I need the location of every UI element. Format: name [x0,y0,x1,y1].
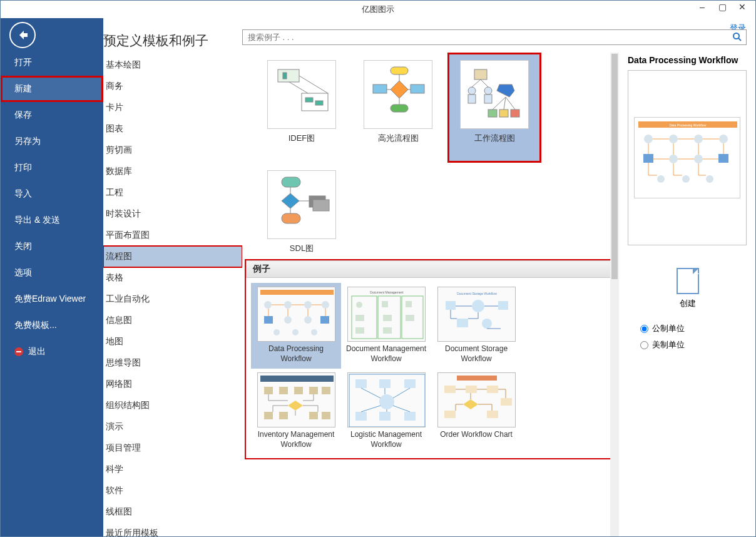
minimize-button[interactable]: – [698,2,707,12]
example-data-processing[interactable]: Data Processing Workflow [251,283,341,369]
category-item[interactable]: 表格 [103,267,242,289]
svg-rect-87 [379,412,391,421]
sidebar-item-close[interactable]: 关闭 [1,233,103,260]
svg-marker-23 [497,84,514,97]
category-item[interactable]: 卡片 [103,97,242,118]
category-item[interactable]: 组织结构图 [103,395,242,416]
create-button[interactable]: 创建 [669,268,707,309]
svg-line-7 [289,82,308,93]
template-sdl[interactable]: SDL图 [255,163,349,257]
back-button[interactable] [9,22,36,48]
svg-rect-67 [498,301,508,310]
preview-title: Data Processing Workflow [628,53,748,70]
template-thumb-icon [460,60,529,129]
example-logistic[interactable]: Logistic Management Workflow [341,369,431,454]
svg-rect-58 [406,301,412,307]
main-area: 打开 新建 保存 另存为 打印 导入 导出 & 发送 关闭 选项 免费Edraw… [1,18,755,537]
svg-rect-68 [457,319,468,327]
svg-point-85 [379,394,394,409]
maximize-button[interactable]: ▢ [718,2,727,12]
category-item[interactable]: 网络图 [103,374,242,395]
category-item[interactable]: 线框图 [103,501,242,523]
exit-icon [14,347,23,356]
svg-rect-79 [309,412,318,419]
radio-metric[interactable]: 公制单位 [628,320,748,337]
svg-point-108 [682,175,690,183]
radio-imperial[interactable]: 美制单位 [628,337,748,353]
search-input-wrap[interactable] [242,29,747,45]
svg-rect-80 [322,412,330,419]
svg-rect-89 [457,376,497,381]
category-item[interactable]: 工程 [103,182,242,203]
sidebar-item-import[interactable]: 导入 [1,181,103,207]
category-item[interactable]: 演示 [103,416,242,437]
category-item[interactable]: 思维导图 [103,352,242,374]
sidebar-item-options[interactable]: 选项 [1,260,103,286]
svg-point-49 [273,329,280,335]
category-item[interactable]: 最近所用模板 [103,523,242,537]
sidebar-item-save[interactable]: 保存 [1,102,103,128]
svg-rect-96 [501,398,512,406]
svg-point-41 [264,301,272,309]
svg-line-27 [472,79,481,87]
sidebar-item-exit[interactable]: 退出 [1,339,103,365]
svg-rect-95 [487,411,498,418]
category-item[interactable]: 信息图 [103,310,242,331]
example-thumb-icon [257,372,335,427]
svg-rect-71 [264,387,273,394]
svg-rect-61 [406,315,414,321]
category-item[interactable]: 时装设计 [103,203,242,225]
svg-rect-5 [305,98,313,102]
svg-rect-77 [264,412,273,419]
category-list: 基本绘图商务卡片图表剪切画数据库工程时装设计平面布置图流程图表格工业自动化信息图… [103,54,242,537]
svg-text:Data Processing Workflow: Data Processing Workflow [670,123,707,127]
svg-rect-32 [282,177,300,187]
sidebar-item-open[interactable]: 打开 [1,49,103,76]
category-item[interactable]: 项目管理 [103,437,242,459]
example-order[interactable]: Order Workflow Chart [431,369,521,454]
svg-point-21 [484,87,492,95]
category-item[interactable]: 平面布置图 [103,225,242,246]
svg-rect-90 [444,386,456,393]
category-item[interactable]: 软件 [103,480,242,501]
svg-point-42 [284,301,292,309]
category-item[interactable]: 商务 [103,76,242,97]
sidebar-item-export[interactable]: 导出 & 发送 [1,207,103,233]
svg-line-28 [481,79,488,87]
search-input[interactable] [243,30,746,44]
sidebar-item-freetpl[interactable]: 免费模板... [1,312,103,339]
sidebar-item-print[interactable]: 打印 [1,155,103,181]
template-workflow[interactable]: 工作流程图 [447,53,541,163]
search-icon[interactable] [732,32,742,44]
example-inventory[interactable]: Inventory Management Workflow [251,369,341,454]
category-item[interactable]: 数据库 [103,161,242,182]
category-item[interactable]: 科学 [103,459,242,480]
category-item[interactable]: 流程图 [103,246,242,267]
category-item[interactable]: 工业自动化 [103,289,242,310]
close-button[interactable]: ✕ [738,2,747,12]
svg-rect-106 [718,154,728,163]
scrollbar[interactable] [610,53,619,537]
svg-point-56 [356,302,362,308]
category-item[interactable]: 图表 [103,118,242,140]
svg-line-31 [506,97,515,110]
svg-rect-72 [279,387,288,394]
category-item[interactable]: 基本绘图 [103,54,242,76]
sidebar-item-viewer[interactable]: 免费Edraw Viewer [1,286,103,312]
svg-rect-24 [488,110,497,117]
svg-point-19 [468,87,476,95]
category-item[interactable]: 地图 [103,331,242,352]
template-idef[interactable]: IDEF图 [255,53,349,163]
svg-rect-13 [411,84,424,93]
sidebar-item-saveas[interactable]: 另存为 [1,128,103,155]
template-highlight-flow[interactable]: 高光流程图 [351,53,445,163]
template-thumb-icon [267,60,336,129]
sidebar-item-new[interactable]: 新建 [1,76,103,102]
svg-point-66 [472,300,484,312]
category-item[interactable]: 剪切画 [103,140,242,161]
examples-header: 例子 [246,260,616,278]
example-doc-mgmt[interactable]: Document Management Document Management … [341,283,431,369]
preview-panel: Data Processing Workflow Data Processing… [620,53,755,537]
example-doc-storage[interactable]: Document Storage Workflow Document Stora… [431,283,521,369]
svg-line-29 [493,97,506,110]
